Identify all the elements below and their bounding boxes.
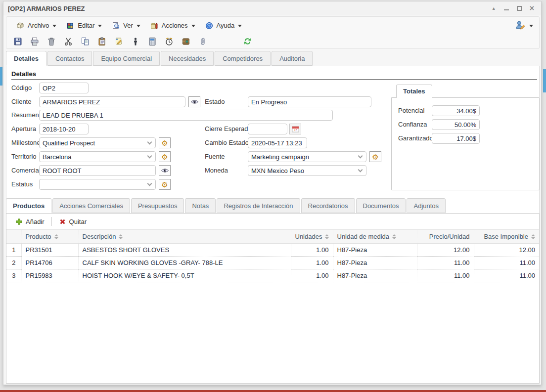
territorio-select[interactable]: Barcelona xyxy=(39,151,156,162)
product-row[interactable]: 1 PR31501 ASBESTOS SHORT GLOVES 1.00 H87… xyxy=(6,243,539,256)
cliente-input[interactable] xyxy=(39,96,185,107)
sort-icon[interactable] xyxy=(325,234,329,239)
totales-tab[interactable]: Totales xyxy=(396,85,432,98)
refresh-button[interactable] xyxy=(242,36,253,47)
menu-ayuda-label: Ayuda xyxy=(217,22,235,29)
tab-competidores[interactable]: Competidores xyxy=(215,51,271,66)
menu-ayuda[interactable]: ? Ayuda xyxy=(200,19,247,33)
svg-text:?: ? xyxy=(208,24,210,28)
garantizado-input[interactable] xyxy=(432,133,480,144)
note-button[interactable] xyxy=(113,36,124,47)
tab-necesidades[interactable]: Necesidades xyxy=(161,51,214,66)
section-title: Detalles xyxy=(11,70,537,80)
tab-equipo-comercial[interactable]: Equipo Comercial xyxy=(93,51,160,66)
apertura-input[interactable] xyxy=(39,124,89,134)
comercial-input[interactable] xyxy=(39,165,156,176)
sort-icon[interactable] xyxy=(392,234,396,239)
x-icon xyxy=(59,218,66,225)
editar-icon xyxy=(66,22,74,30)
bottom-tab-bar: Productos Acciones Comerciales Presupues… xyxy=(6,198,446,213)
gear-icon: ⚙ xyxy=(161,139,168,147)
cierre-esperado-calendar-button[interactable]: 17 xyxy=(289,124,301,134)
tab-recordatorios[interactable]: Recordatorios xyxy=(301,198,355,213)
print-button[interactable] xyxy=(29,36,40,47)
delete-button[interactable] xyxy=(46,36,57,47)
chevron-down-icon xyxy=(147,181,152,186)
attach-button[interactable] xyxy=(197,36,208,47)
copy-button[interactable] xyxy=(80,36,91,47)
add-product-button[interactable]: Añadir xyxy=(10,218,49,225)
tab-acciones-comerciales[interactable]: Acciones Comerciales xyxy=(52,198,130,213)
tab-documentos[interactable]: Documentos xyxy=(356,198,406,213)
col-descripcion[interactable]: Descripción xyxy=(78,230,291,243)
estatus-manage-button[interactable]: ⚙ xyxy=(159,179,171,190)
moneda-select[interactable]: MXN Mexico Peso xyxy=(248,165,366,176)
paperclip-icon xyxy=(198,37,208,46)
cierre-esperado-input[interactable] xyxy=(248,124,287,134)
territorio-manage-button[interactable]: ⚙ xyxy=(159,151,171,162)
alarm-button[interactable] xyxy=(164,36,175,47)
cambio-estado-label: Cambio Estado xyxy=(205,139,249,146)
tab-registros-interaccion[interactable]: Registros de Interacción xyxy=(217,198,300,213)
cliente-lookup-button[interactable] xyxy=(188,96,200,107)
tab-contactos[interactable]: Contactos xyxy=(47,51,92,66)
product-row[interactable]: 3 PR15983 HOIST HOOK W/EYE & SAFETY- 0,5… xyxy=(6,269,539,282)
cierre-esperado-label: Cierre Esperado xyxy=(205,125,252,132)
col-unidades[interactable]: Unidades xyxy=(291,230,333,243)
save-button[interactable] xyxy=(12,36,23,47)
person-button[interactable] xyxy=(130,36,141,47)
ayuda-icon: ? xyxy=(205,22,213,30)
tab-presupuestos[interactable]: Presupuestos xyxy=(131,198,184,213)
menu-panel: Archivo Editar Ver Acciones ? Ayuda xyxy=(6,16,540,49)
tab-notas[interactable]: Notas xyxy=(185,198,216,213)
minimize-window-icon[interactable] xyxy=(504,6,509,10)
paste-button[interactable] xyxy=(96,36,107,47)
user-menu[interactable] xyxy=(515,20,533,31)
svg-text:17: 17 xyxy=(294,129,297,131)
tab-adjuntos[interactable]: Adjuntos xyxy=(407,198,446,213)
apertura-label: Apertura xyxy=(11,125,36,132)
product-row[interactable]: 2 PR14706 CALF SKIN WORKING GLOVES -GRAY… xyxy=(6,256,539,269)
close-window-icon[interactable]: × xyxy=(530,5,534,11)
potencial-input[interactable] xyxy=(432,105,480,116)
add-product-label: Añadir xyxy=(26,218,45,225)
tab-detalles[interactable]: Detalles xyxy=(6,51,46,66)
millestone-manage-button[interactable]: ⚙ xyxy=(159,137,171,148)
estado-input[interactable] xyxy=(248,96,371,107)
codigo-input[interactable] xyxy=(39,83,89,93)
col-base-imponible[interactable]: Base Imponible xyxy=(474,230,539,243)
comercial-lookup-button[interactable] xyxy=(159,165,171,176)
col-precio-unidad[interactable]: Precio/Unidad xyxy=(417,230,474,243)
contacts-button[interactable] xyxy=(181,36,191,47)
menu-acciones[interactable]: Acciones xyxy=(145,19,200,33)
unidad-medida-cell: H87-Pieza xyxy=(333,269,417,282)
sort-icon[interactable] xyxy=(531,234,535,239)
fuente-select[interactable]: Marketing campaign xyxy=(248,151,366,162)
menu-editar[interactable]: Editar xyxy=(61,19,107,33)
menu-ver[interactable]: Ver xyxy=(107,19,145,33)
menu-archivo[interactable]: Archivo xyxy=(11,19,61,33)
col-producto[interactable]: Producto xyxy=(21,230,78,243)
titlebar[interactable]: [OP2] ARMARIOS PEREZ ▲ × xyxy=(3,1,541,15)
millestone-value: Qualified Prospect xyxy=(43,139,148,147)
confianza-input[interactable] xyxy=(432,119,480,130)
fuente-manage-button[interactable]: ⚙ xyxy=(369,151,381,162)
col-unidad-medida[interactable]: Unidad de medida xyxy=(333,230,417,243)
window-title: [OP2] ARMARIOS PEREZ xyxy=(8,5,85,12)
millestone-select[interactable]: Qualified Prospect xyxy=(39,137,156,148)
sort-icon[interactable] xyxy=(54,234,58,239)
calculator-button[interactable] xyxy=(147,36,158,47)
sort-icon[interactable] xyxy=(119,234,123,239)
estatus-select[interactable] xyxy=(39,179,156,190)
collapse-window-icon[interactable]: ▲ xyxy=(492,5,496,11)
comercial-label: Comercial xyxy=(11,167,41,174)
cambio-estado-input[interactable] xyxy=(248,137,307,148)
tab-auditoria[interactable]: Auditoria xyxy=(272,51,313,66)
menu-editar-label: Editar xyxy=(78,22,94,29)
remove-product-button[interactable]: Quitar xyxy=(54,218,91,225)
tab-productos[interactable]: Productos xyxy=(6,198,51,213)
estatus-label: Estatus xyxy=(11,180,33,188)
cut-button[interactable] xyxy=(63,36,74,47)
resumen-input[interactable] xyxy=(39,110,333,121)
maximize-window-icon[interactable] xyxy=(517,6,522,11)
